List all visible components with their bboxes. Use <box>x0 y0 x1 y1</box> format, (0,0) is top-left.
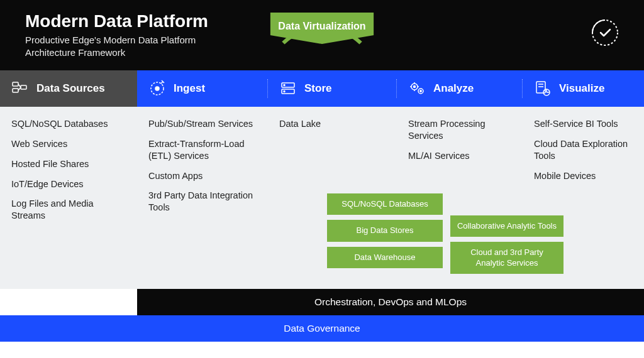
list-item: Data Lake <box>279 118 386 130</box>
highlight-box: Collaborative Analytic Tools <box>450 215 564 237</box>
server-stack-icon <box>279 80 297 97</box>
list-item: 3rd Party Data Integration Tools <box>148 190 257 214</box>
content-grid: SQL/NoSQL Databases Web Services Hosted … <box>0 107 644 289</box>
list-item: Mobile Devices <box>534 170 633 182</box>
tab-label: Data Sources <box>36 82 105 95</box>
highlight-box: Data Warehouse <box>327 247 443 268</box>
orchestration-label: Orchestration, DevOps and MLOps <box>314 296 467 308</box>
svg-rect-3 <box>21 85 26 89</box>
list-item: Cloud Data Exploration Tools <box>534 138 633 162</box>
svg-point-10 <box>284 85 285 86</box>
analyze-highlight-column: Collaborative Analytic Tools Cloud and 3… <box>450 215 564 274</box>
svg-point-11 <box>284 91 285 92</box>
svg-point-13 <box>414 86 416 88</box>
gears-icon <box>408 80 426 97</box>
database-cluster-icon <box>11 80 29 97</box>
ingest-funnel-icon <box>148 80 166 97</box>
svg-rect-1 <box>13 82 18 86</box>
tab-label: Ingest <box>174 82 205 95</box>
highlighted-services: SQL/NoSQL Databases Big Data Stores Data… <box>327 193 564 274</box>
governance-label: Data Governance <box>284 323 360 334</box>
list-item: Custom Apps <box>148 170 257 182</box>
list-item: Pub/Sub/Stream Services <box>148 118 257 130</box>
list-item: Extract-Transform-Load (ETL) Services <box>148 138 257 162</box>
highlight-box: SQL/NoSQL Databases <box>327 193 443 215</box>
tab-label: Analyze <box>433 82 474 95</box>
list-item: IoT/Edge Devices <box>11 178 126 190</box>
tab-analyze: Analyze <box>397 70 523 107</box>
svg-rect-2 <box>13 89 18 92</box>
list-item: Self-Service BI Tools <box>534 118 633 130</box>
chart-report-icon <box>534 80 552 97</box>
orchestration-bar: Orchestration, DevOps and MLOps <box>137 289 644 315</box>
header: Modern Data Platform Productive Edge's M… <box>0 0 644 70</box>
data-virtualization-badge: Data Virtualization <box>247 6 397 82</box>
tab-data-sources: Data Sources <box>0 70 137 107</box>
highlight-box: Cloud and 3rd Party Analytic Services <box>450 242 564 274</box>
store-highlight-column: SQL/NoSQL Databases Big Data Stores Data… <box>327 193 443 274</box>
tab-label: Store <box>304 82 331 95</box>
list-item: Hosted File Shares <box>11 158 126 170</box>
svg-point-15 <box>420 90 421 92</box>
svg-point-7 <box>155 87 159 90</box>
tab-label: Visualize <box>559 82 604 95</box>
list-item: ML/AI Services <box>408 150 511 162</box>
column-ingest: Pub/Sub/Stream Services Extract-Transfor… <box>137 107 268 289</box>
list-item: Stream Processing Services <box>408 118 511 142</box>
governance-bar: Data Governance <box>0 315 644 342</box>
list-item: Web Services <box>11 138 126 150</box>
check-circle-icon <box>591 19 619 46</box>
tab-visualize: Visualize <box>523 70 644 107</box>
highlight-box: Big Data Stores <box>327 220 443 241</box>
column-data-sources: SQL/NoSQL Databases Web Services Hosted … <box>0 107 137 289</box>
list-item: SQL/NoSQL Databases <box>11 118 126 130</box>
page-subtitle: Productive Edge's Modern Data Platform A… <box>25 34 214 60</box>
list-item: Log Files and Media Streams <box>11 198 126 222</box>
